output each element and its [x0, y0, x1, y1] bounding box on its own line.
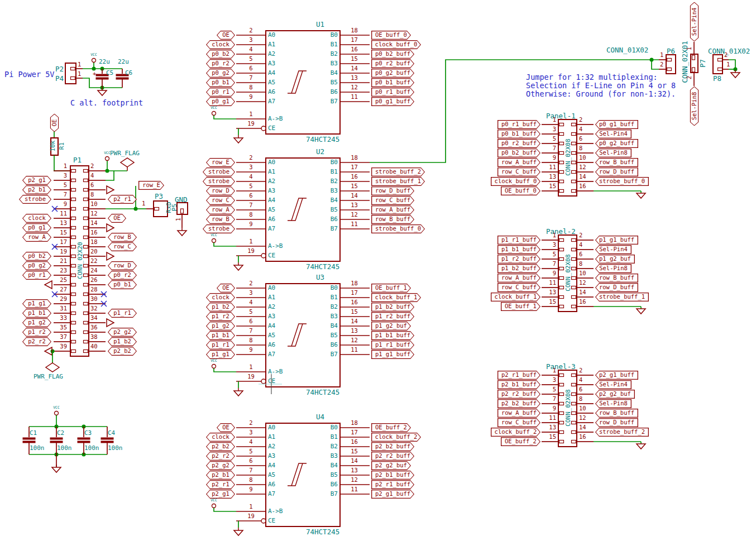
net-label[interactable]: p1_r2_buff [497, 255, 540, 264]
ref-p2[interactable]: P2 [55, 65, 64, 73]
pin-mark[interactable] [84, 246, 88, 248]
net-label[interactable]: clock_buff_2 [491, 428, 540, 437]
net-label[interactable]: row_A_buff [497, 274, 540, 283]
gnd-symbol[interactable] [234, 265, 243, 270]
gnd-symbol[interactable] [52, 467, 61, 472]
pwr-flag-text[interactable]: PWR_FLAG [34, 373, 63, 380]
net-label[interactable]: p0_r1_buff [497, 120, 540, 129]
net-label[interactable]: OE_buff_1 [501, 302, 540, 311]
net-label[interactable]: p0_g1 [206, 97, 235, 106]
vcc-symbol[interactable] [212, 365, 216, 368]
pin-mark[interactable] [84, 255, 88, 258]
net-label[interactable]: p1_g1_buff [595, 236, 638, 245]
net-label[interactable]: OE_buff_0 [501, 186, 540, 195]
net-label[interactable]: p1_g2 [206, 322, 235, 331]
net-label[interactable]: p0_g1_buff [595, 120, 638, 129]
note-pi-power[interactable]: Pi Power 5V [4, 70, 54, 79]
net-label[interactable]: p1_r1_buff [371, 341, 414, 350]
net-label[interactable]: p2_r1_buff [497, 371, 540, 380]
pin-mark[interactable] [84, 274, 88, 277]
cap-plate[interactable] [23, 441, 35, 443]
net-label[interactable]: p2_r2 [206, 452, 235, 461]
pin-mark[interactable] [84, 170, 88, 173]
vcc-symbol[interactable] [212, 504, 216, 508]
ref-u3[interactable]: U3 [316, 273, 324, 281]
pin-mark[interactable] [559, 239, 564, 242]
ref-u2[interactable]: U2 [316, 147, 324, 156]
net-label[interactable]: p1_g1 [206, 350, 235, 359]
net-label[interactable]: p1_g2_buf [595, 255, 635, 264]
ref-c2[interactable]: C2 [57, 429, 64, 437]
net-label[interactable]: p2_b2 [206, 442, 235, 451]
cap-plate[interactable] [101, 441, 113, 443]
note-c-alt-footprint[interactable]: C alt. footprint [70, 98, 143, 107]
value-74hct245[interactable]: 74HCT245 [306, 388, 339, 396]
note-jumper-line1[interactable]: Jumper for 1:32 multiplexing: [526, 73, 658, 82]
pin-mark[interactable] [84, 236, 88, 239]
ce-bubble[interactable] [261, 253, 266, 258]
pin-mark[interactable] [572, 384, 576, 386]
pin-mark[interactable] [572, 133, 576, 136]
pin-mark[interactable] [84, 179, 88, 182]
net-label[interactable]: strobe [203, 167, 235, 176]
ref-u1[interactable]: U1 [316, 20, 324, 28]
note-jumper-line3[interactable]: Otherwise: Ground (for non-1:32). [526, 89, 676, 98]
ce-bubble[interactable] [261, 126, 266, 131]
net-label[interactable]: p2_r1 [108, 195, 137, 204]
pin-mark[interactable] [559, 190, 564, 193]
cap-plate[interactable] [23, 438, 35, 439]
net-label[interactable]: p1_r2 [22, 328, 51, 337]
net-label[interactable]: p2_g1_buff [371, 490, 414, 499]
wire[interactable] [214, 243, 236, 247]
net-label[interactable]: strobe_buff_2 [371, 167, 425, 176]
vcc-symbol[interactable] [55, 411, 59, 415]
ref-p4[interactable]: P4 [55, 74, 64, 83]
pin-mark[interactable] [572, 277, 576, 280]
net-label[interactable]: p0_b1_buff [371, 78, 414, 87]
net-label[interactable]: clock [206, 293, 235, 302]
gnd-arrow-down[interactable] [637, 193, 645, 198]
cap-c5-plate[interactable] [96, 78, 108, 79]
net-label[interactable]: p1_b2 [206, 303, 235, 312]
net-label[interactable]: row_C_buff [497, 167, 540, 176]
pin-mark[interactable] [572, 305, 576, 308]
pin-mark[interactable] [572, 152, 576, 155]
net-label[interactable]: Sel-Pin8 [690, 87, 698, 126]
net-label[interactable]: p0_b2 [206, 50, 235, 59]
net-label[interactable]: p0_b1 [206, 78, 235, 87]
net-label[interactable]: clock_buff_0 [371, 40, 421, 49]
pin-mark[interactable] [559, 305, 564, 308]
net-label[interactable]: p2_b1_buff [497, 380, 540, 389]
net-label[interactable]: OE_buff_1 [371, 284, 411, 293]
pin-mark[interactable] [559, 133, 564, 136]
net-label[interactable]: row_B [108, 233, 137, 242]
value-c4[interactable]: 100n [108, 444, 123, 452]
pin-mark[interactable] [572, 374, 576, 377]
pin-mark[interactable] [559, 431, 564, 434]
net-label[interactable]: strobe_buff_1 [595, 293, 649, 301]
pin-mark[interactable] [71, 77, 75, 80]
value-conn-01x02[interactable]: CONN_01X02 [708, 47, 750, 55]
net-label[interactable]: p0_g2_buff [595, 139, 638, 148]
pin-mark[interactable] [572, 123, 576, 126]
cap-plate[interactable] [78, 438, 90, 439]
net-label[interactable]: p0_g2 [206, 69, 235, 78]
pin-mark[interactable] [559, 142, 564, 145]
gnd-symbol[interactable] [98, 90, 107, 95]
pin-mark[interactable] [84, 303, 88, 305]
cap-plate[interactable] [50, 441, 63, 443]
pin-mark[interactable] [84, 217, 88, 220]
net-label[interactable]: row_C_buff [497, 283, 540, 292]
net-label[interactable]: p2_g2_buf [371, 461, 411, 470]
net-label[interactable]: p0_r2 [206, 59, 235, 68]
pin-mark[interactable] [71, 170, 76, 173]
net-label[interactable]: OE [108, 214, 126, 223]
pin-mark[interactable] [84, 293, 88, 296]
pin-mark[interactable] [71, 274, 76, 277]
pin-mark[interactable] [572, 286, 576, 289]
net-label[interactable]: Sel-Pin8 [595, 264, 631, 273]
net-label[interactable]: p1_r1 [206, 341, 235, 350]
net-label[interactable]: p2_b1 [206, 471, 235, 480]
net-label[interactable]: row_C [206, 196, 235, 205]
pin-mark[interactable] [572, 441, 576, 443]
